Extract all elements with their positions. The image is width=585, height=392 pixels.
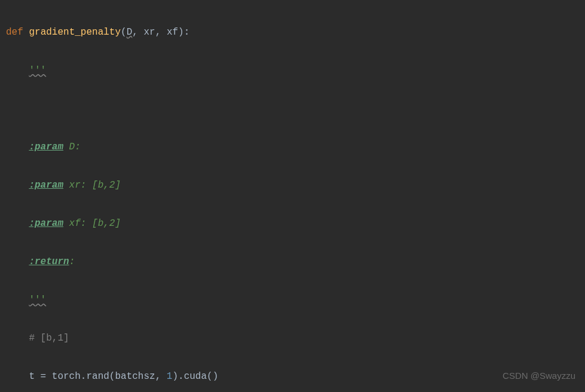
code-line: :return:	[6, 252, 585, 271]
code-line: :param xr: [b,2]	[6, 176, 585, 195]
docstring-close: '''	[29, 295, 46, 305]
docstring-tag: :param	[29, 218, 63, 229]
keyword-def: def	[6, 27, 23, 38]
param: xr	[143, 27, 155, 38]
code-line: t = torch.rand(batchsz, 1).cuda()	[6, 367, 585, 386]
code-line: :param D:	[6, 137, 585, 157]
docstring-tag: :param	[29, 142, 63, 152]
code-editor[interactable]: def gradient_penalty(D, xr, xf): ''' :pa…	[0, 4, 585, 392]
docstring-tag: :param	[29, 180, 63, 191]
docstring-open: '''	[29, 65, 46, 76]
code-line: def gradient_penalty(D, xr, xf):	[6, 23, 585, 42]
docstring-tag: :return	[29, 256, 69, 267]
param: xf	[167, 27, 178, 38]
code-line: '''	[6, 61, 585, 80]
watermark: CSDN @Swayzzu	[503, 367, 575, 385]
code-line: # [b,1]	[6, 329, 585, 348]
code-line: :param xf: [b,2]	[6, 214, 585, 233]
comment: # [b,1]	[29, 333, 69, 344]
code-line: '''	[6, 290, 585, 310]
function-name: gradient_penalty	[29, 27, 121, 38]
param: D	[127, 27, 133, 38]
code-line	[6, 99, 585, 118]
